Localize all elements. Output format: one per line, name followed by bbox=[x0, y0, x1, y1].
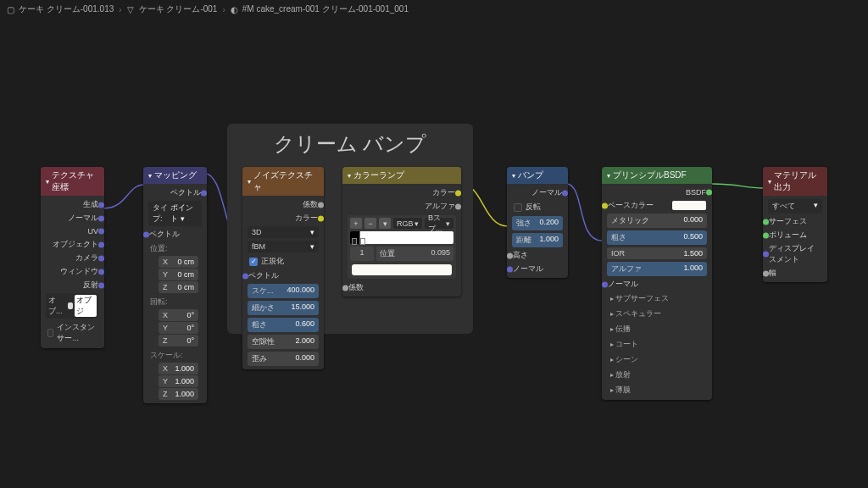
input-vector[interactable]: ベクトル bbox=[147, 228, 203, 241]
scale-field[interactable]: スケ...400.000 bbox=[248, 284, 319, 298]
roughness-field[interactable]: 粗さ0.500 bbox=[607, 230, 707, 245]
rot-x[interactable]: X0° bbox=[159, 309, 198, 321]
node-noise-texture[interactable]: ▾ノイズテクスチャ 係数 カラー 3D▾ fBM▾ ✓正規化 ベクトル スケ..… bbox=[242, 167, 324, 369]
dim-select[interactable]: 3D▾ bbox=[248, 226, 319, 238]
node-header[interactable]: ▾マテリアル出力 bbox=[763, 167, 827, 196]
ramp-color[interactable] bbox=[352, 264, 452, 275]
loc-z[interactable]: Z0 cm bbox=[159, 281, 198, 293]
output-fac[interactable]: 係数 bbox=[246, 198, 320, 211]
distortion-field[interactable]: 歪み0.000 bbox=[248, 352, 319, 366]
normalize-checkbox[interactable]: ✓正規化 bbox=[246, 254, 320, 269]
input-normal[interactable]: ノーマル bbox=[605, 278, 709, 291]
input-height[interactable]: 高さ bbox=[510, 249, 565, 262]
input-volume[interactable]: ボリューム bbox=[766, 229, 824, 241]
panel-thinfilm[interactable]: 薄膜 bbox=[605, 383, 709, 397]
type-select[interactable]: タイプ:ポイント ▾ bbox=[148, 201, 202, 226]
node-mapping[interactable]: ▾マッピング ベクトル タイプ:ポイント ▾ ベクトル 位置: X0 cm Y0… bbox=[143, 167, 207, 403]
breadcrumb-object[interactable]: ▢ケーキ クリーム-001.013 bbox=[7, 3, 114, 15]
type-select[interactable]: fBM▾ bbox=[248, 241, 319, 252]
node-header[interactable]: ▾プリンシプルBSDF bbox=[602, 167, 712, 184]
node-header[interactable]: ▾バンプ bbox=[507, 167, 568, 184]
output-vector[interactable]: ベクトル bbox=[147, 186, 203, 199]
location-label: 位置: bbox=[147, 241, 203, 254]
node-texture-coordinate[interactable]: ▾テクスチャ座標 生成 ノーマル UV オブジェクト カメラ ウィンドウ 反射 … bbox=[41, 167, 104, 348]
output-color[interactable]: カラー bbox=[346, 186, 458, 199]
breadcrumb-material[interactable]: ◐#M cake_cream-001 クリーム-001-001_001 bbox=[231, 3, 409, 15]
frame-title: クリーム バンプ bbox=[232, 130, 468, 158]
input-vector[interactable]: ベクトル bbox=[246, 269, 320, 282]
node-canvas[interactable]: クリーム バンプ ▾テクスチャ座標 生成 ノーマル UV オブジェクト カメラ … bbox=[0, 19, 868, 488]
node-header[interactable]: ▾マッピング bbox=[143, 167, 207, 184]
scale-z[interactable]: Z1.000 bbox=[159, 388, 198, 400]
node-principled-bsdf[interactable]: ▾プリンシプルBSDF BSDF ベースカラー メタリック0.000 粗さ0.5… bbox=[602, 167, 712, 400]
breadcrumb-sep: › bbox=[222, 5, 225, 14]
output-reflection[interactable]: 反射 bbox=[44, 279, 101, 291]
input-thickness[interactable]: 幅 bbox=[766, 267, 824, 280]
ramp-interp2[interactable]: Bスプ...▾ bbox=[425, 218, 453, 229]
node-material-output[interactable]: ▾マテリアル出力 すべて▾ サーフェス ボリューム ディスプレイスメント 幅 bbox=[763, 167, 827, 282]
scale-label: スケール: bbox=[147, 348, 203, 361]
target-select[interactable]: すべて▾ bbox=[768, 199, 822, 214]
output-window[interactable]: ウィンドウ bbox=[44, 265, 101, 278]
rot-z[interactable]: Z0° bbox=[159, 335, 198, 347]
input-base-color[interactable]: ベースカラー bbox=[605, 199, 709, 212]
panel-transmission[interactable]: 伝播 bbox=[605, 322, 709, 336]
breadcrumb-sep: › bbox=[119, 5, 121, 14]
panel-coat[interactable]: コート bbox=[605, 337, 709, 352]
node-header[interactable]: ▾カラーランプ bbox=[342, 167, 461, 184]
panel-specular[interactable]: スペキュラー bbox=[605, 307, 709, 321]
ramp-widget[interactable]: + − ▾ RGB▾ Bスプ...▾ 1 位置0.095 bbox=[348, 215, 456, 279]
rot-y[interactable]: Y0° bbox=[159, 322, 198, 334]
ramp-menu[interactable]: ▾ bbox=[379, 218, 391, 229]
metallic-field[interactable]: メタリック0.000 bbox=[607, 214, 707, 228]
rotation-label: 回転: bbox=[147, 295, 203, 308]
loc-x[interactable]: X0 cm bbox=[159, 256, 198, 268]
roughness-field[interactable]: 粗さ0.600 bbox=[248, 318, 319, 332]
scale-x[interactable]: X1.000 bbox=[159, 363, 198, 374]
alpha-field[interactable]: アルファ1.000 bbox=[607, 262, 707, 276]
ramp-remove[interactable]: − bbox=[364, 218, 376, 229]
strength-field[interactable]: 強さ0.200 bbox=[512, 216, 563, 230]
output-normal[interactable]: ノーマル bbox=[44, 212, 101, 225]
invert-checkbox[interactable]: 反転 bbox=[510, 200, 565, 214]
ramp-add[interactable]: + bbox=[350, 218, 362, 229]
distance-field[interactable]: 距離1.000 bbox=[512, 233, 563, 247]
output-alpha[interactable]: アルファ bbox=[346, 200, 458, 213]
scale-y[interactable]: Y1.000 bbox=[159, 375, 198, 387]
node-header[interactable]: ▾テクスチャ座標 bbox=[41, 167, 104, 196]
input-displacement[interactable]: ディスプレイスメント bbox=[766, 242, 824, 266]
input-surface[interactable]: サーフェス bbox=[766, 215, 824, 228]
output-camera[interactable]: カメラ bbox=[44, 252, 101, 264]
object-picker[interactable]: オブ...オブジ bbox=[46, 293, 99, 319]
breadcrumb: ▢ケーキ クリーム-001.013 › ▽ケーキ クリーム-001 › ◐#M … bbox=[0, 0, 868, 19]
node-header[interactable]: ▾ノイズテクスチャ bbox=[242, 167, 324, 196]
ior-field[interactable]: IOR1.500 bbox=[607, 247, 707, 259]
input-normal[interactable]: ノーマル bbox=[510, 263, 565, 275]
ramp-gradient[interactable] bbox=[350, 231, 453, 244]
ramp-position[interactable]: 位置0.095 bbox=[376, 247, 453, 261]
instancer-checkbox[interactable]: インスタンサー... bbox=[44, 320, 101, 346]
ramp-index[interactable]: 1 bbox=[350, 247, 374, 261]
detail-field[interactable]: 細かさ15.000 bbox=[248, 301, 319, 315]
lacunarity-field[interactable]: 空隙性2.000 bbox=[248, 335, 319, 349]
breadcrumb-mesh[interactable]: ▽ケーキ クリーム-001 bbox=[127, 3, 218, 15]
output-bsdf[interactable]: BSDF bbox=[605, 186, 709, 198]
node-color-ramp[interactable]: ▾カラーランプ カラー アルファ + − ▾ RGB▾ Bスプ...▾ 1 位 bbox=[342, 167, 461, 297]
loc-y[interactable]: Y0 cm bbox=[159, 269, 198, 280]
output-uv[interactable]: UV bbox=[44, 225, 101, 237]
output-color[interactable]: カラー bbox=[246, 212, 320, 225]
ramp-interp1[interactable]: RGB▾ bbox=[393, 218, 422, 229]
panel-emission[interactable]: 放射 bbox=[605, 368, 709, 382]
panel-subsurface[interactable]: サブサーフェス bbox=[605, 291, 709, 306]
node-bump[interactable]: ▾バンプ ノーマル 反転 強さ0.200 距離1.000 高さ ノーマル bbox=[507, 167, 568, 278]
input-fac[interactable]: 係数 bbox=[346, 281, 458, 294]
panel-sheen[interactable]: シーン bbox=[605, 352, 709, 367]
output-object[interactable]: オブジェクト bbox=[44, 238, 101, 251]
output-generated[interactable]: 生成 bbox=[44, 198, 101, 211]
output-normal[interactable]: ノーマル bbox=[510, 186, 565, 199]
